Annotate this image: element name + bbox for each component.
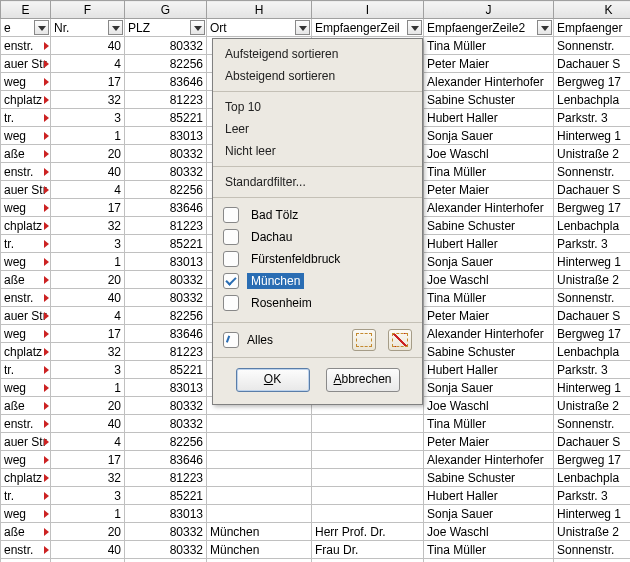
col-header-H[interactable]: H: [207, 1, 312, 19]
cell-name[interactable]: Tina Müller: [424, 415, 554, 433]
cell-nr[interactable]: 40: [51, 37, 125, 55]
cell-str[interactable]: Sonnenstr.: [554, 163, 631, 181]
cell-e[interactable]: tr.: [1, 235, 51, 253]
cell-plz[interactable]: 80332: [125, 163, 207, 181]
filter-button-e[interactable]: [34, 20, 49, 35]
cell-name[interactable]: Tina Müller: [424, 163, 554, 181]
cell-anrede[interactable]: [312, 505, 424, 523]
cell-nr[interactable]: 3: [51, 361, 125, 379]
cell-nr[interactable]: 4: [51, 433, 125, 451]
cell-str[interactable]: Unistraße 2: [554, 145, 631, 163]
table-row[interactable]: auer Str482256FürstenfeldbruckHerrPeter …: [1, 559, 631, 563]
cell-name[interactable]: Alexander Hinterhofer: [424, 325, 554, 343]
filter-notempty[interactable]: Nicht leer: [213, 140, 422, 162]
cell-str[interactable]: Dachauer S: [554, 307, 631, 325]
cell-name[interactable]: Joe Waschl: [424, 397, 554, 415]
cell-nr[interactable]: 40: [51, 415, 125, 433]
filter-value-row[interactable]: Fürstenfeldbruck: [223, 248, 412, 270]
cell-nr[interactable]: 1: [51, 379, 125, 397]
cell-str[interactable]: Dachauer S: [554, 181, 631, 199]
cell-nr[interactable]: 4: [51, 181, 125, 199]
cell-e[interactable]: auer Str: [1, 433, 51, 451]
cell-anrede[interactable]: [312, 451, 424, 469]
cell-e[interactable]: aße: [1, 523, 51, 541]
table-row[interactable]: enstr.4080332Tina MüllerSonnenstr.: [1, 415, 631, 433]
cell-name[interactable]: Tina Müller: [424, 541, 554, 559]
filter-value-checkbox[interactable]: [223, 207, 239, 223]
cell-nr[interactable]: 20: [51, 145, 125, 163]
cell-nr[interactable]: 3: [51, 109, 125, 127]
cell-str[interactable]: Parkstr. 3: [554, 361, 631, 379]
cell-plz[interactable]: 80332: [125, 415, 207, 433]
cell-ort[interactable]: [207, 433, 312, 451]
deselect-all-icon[interactable]: [388, 329, 412, 351]
filter-value-checkbox[interactable]: [223, 295, 239, 311]
cell-e[interactable]: weg: [1, 325, 51, 343]
cell-e[interactable]: enstr.: [1, 541, 51, 559]
cell-anrede[interactable]: [312, 415, 424, 433]
cell-str[interactable]: Bergweg 17: [554, 451, 631, 469]
cell-nr[interactable]: 17: [51, 451, 125, 469]
cell-nr[interactable]: 1: [51, 505, 125, 523]
cell-nr[interactable]: 3: [51, 487, 125, 505]
cell-name[interactable]: Alexander Hinterhofer: [424, 73, 554, 91]
cell-name[interactable]: Tina Müller: [424, 37, 554, 55]
cell-ort[interactable]: München: [207, 541, 312, 559]
cell-str[interactable]: Unistraße 2: [554, 397, 631, 415]
filter-value-checkbox[interactable]: [223, 251, 239, 267]
cell-e[interactable]: weg: [1, 127, 51, 145]
field-header-plz[interactable]: PLZ: [125, 19, 207, 37]
cell-ort[interactable]: [207, 415, 312, 433]
cell-ort[interactable]: [207, 469, 312, 487]
cell-plz[interactable]: 80332: [125, 523, 207, 541]
cell-e[interactable]: enstr.: [1, 163, 51, 181]
cell-e[interactable]: aße: [1, 271, 51, 289]
cell-name[interactable]: Sabine Schuster: [424, 91, 554, 109]
cell-name[interactable]: Hubert Haller: [424, 361, 554, 379]
table-row[interactable]: tr.385221Hubert HallerParkstr. 3: [1, 487, 631, 505]
cell-plz[interactable]: 83646: [125, 199, 207, 217]
col-header-E[interactable]: E: [1, 1, 51, 19]
cell-e[interactable]: auer Str: [1, 55, 51, 73]
cancel-button[interactable]: Abbrechen: [326, 368, 400, 392]
cell-plz[interactable]: 82256: [125, 55, 207, 73]
cell-name[interactable]: Sonja Sauer: [424, 505, 554, 523]
cell-e[interactable]: chplatz: [1, 217, 51, 235]
cell-e[interactable]: weg: [1, 451, 51, 469]
col-header-I[interactable]: I: [312, 1, 424, 19]
cell-nr[interactable]: 3: [51, 235, 125, 253]
table-row[interactable]: auer Str482256Peter MaierDachauer S: [1, 433, 631, 451]
cell-plz[interactable]: 82256: [125, 433, 207, 451]
sort-ascending[interactable]: Aufsteigend sortieren: [213, 43, 422, 65]
sort-descending[interactable]: Absteigend sortieren: [213, 65, 422, 87]
cell-name[interactable]: Sabine Schuster: [424, 469, 554, 487]
table-row[interactable]: weg183013Sonja SauerHinterweg 1: [1, 505, 631, 523]
cell-str[interactable]: Bergweg 17: [554, 199, 631, 217]
cell-plz[interactable]: 85221: [125, 487, 207, 505]
cell-plz[interactable]: 80332: [125, 541, 207, 559]
cell-name[interactable]: Joe Waschl: [424, 145, 554, 163]
cell-e[interactable]: aße: [1, 145, 51, 163]
cell-nr[interactable]: 20: [51, 397, 125, 415]
cell-nr[interactable]: 4: [51, 55, 125, 73]
cell-plz[interactable]: 83013: [125, 505, 207, 523]
cell-name[interactable]: Hubert Haller: [424, 487, 554, 505]
cell-str[interactable]: Unistraße 2: [554, 523, 631, 541]
field-header-empf3[interactable]: Empfaenger: [554, 19, 631, 37]
cell-plz[interactable]: 85221: [125, 361, 207, 379]
cell-plz[interactable]: 80332: [125, 397, 207, 415]
cell-e[interactable]: weg: [1, 379, 51, 397]
cell-str[interactable]: Parkstr. 3: [554, 109, 631, 127]
cell-str[interactable]: Dachauer S: [554, 433, 631, 451]
cell-anrede[interactable]: [312, 469, 424, 487]
cell-ort[interactable]: [207, 487, 312, 505]
cell-plz[interactable]: 82256: [125, 307, 207, 325]
cell-nr[interactable]: 20: [51, 271, 125, 289]
filter-button-ort[interactable]: [295, 20, 310, 35]
cell-str[interactable]: Sonnenstr.: [554, 541, 631, 559]
cell-plz[interactable]: 81223: [125, 217, 207, 235]
cell-name[interactable]: Joe Waschl: [424, 271, 554, 289]
cell-ort[interactable]: [207, 451, 312, 469]
cell-str[interactable]: Hinterweg 1: [554, 253, 631, 271]
cell-nr[interactable]: 32: [51, 91, 125, 109]
